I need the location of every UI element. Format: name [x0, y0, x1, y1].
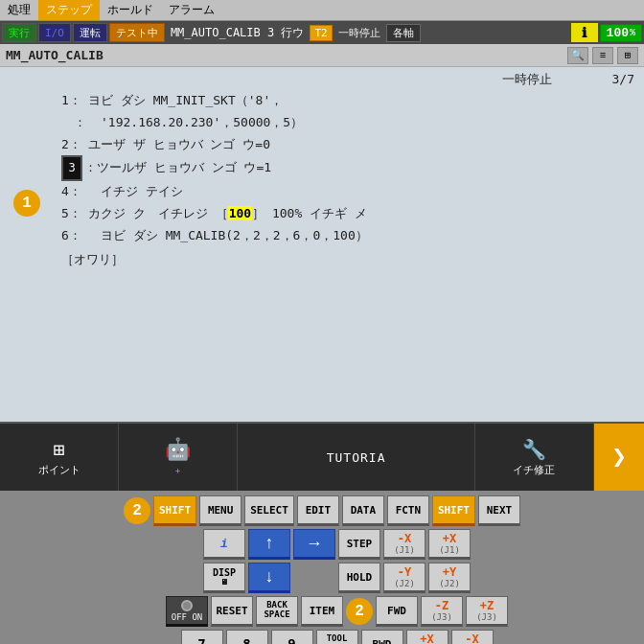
code-line-1b: ： '192.168.20.230'，50000，5）: [61, 112, 634, 134]
correction-icon: 🔧: [522, 438, 546, 461]
kb-num-8[interactable]: 8: [226, 630, 268, 644]
nav-correction[interactable]: 🔧 イチ修正: [475, 424, 594, 491]
kb-axis-px-j4[interactable]: +X (J4): [406, 630, 448, 644]
robot-icon: 🤖: [165, 437, 191, 463]
code-area: 1： ヨビ ダシ MM_INIT_SKT（'8'， ： '192.168.20.…: [19, 90, 634, 270]
code-line-5: 5： カクジ ク イチレジ ［100］ 100% イチギ メ: [61, 203, 634, 225]
code-line-6: 6： ヨビ ダシ MM_CALIB(2，2，2，6，0，100）: [61, 225, 634, 247]
kb-axis-px-j1b[interactable]: +X (J1): [428, 529, 471, 560]
nav-bar: ⊞ ポイント 🤖 ＋ TUTORIA 🔧 イチ修正 ❯: [0, 422, 644, 491]
kb-axis-pz-j3[interactable]: +Z (J3): [466, 596, 508, 627]
kb-bwd[interactable]: BWD: [361, 630, 403, 644]
kb-tool1[interactable]: TOOL1: [316, 630, 358, 644]
kb-shift-1[interactable]: SHIFT: [153, 495, 196, 526]
robot-plus-icon: ＋: [173, 465, 182, 477]
point-icon: ⊞: [54, 438, 65, 461]
kb-row-4: OFF ON RESET BACKSPACE ITEM 2 FWD -Z (J3…: [8, 596, 636, 627]
toolbar: 実行 I/O 運転 テスト中 MM_AUTO_CALIB 3 行ウ T2 一時停…: [0, 21, 644, 44]
kb-fctn[interactable]: FCTN: [387, 495, 429, 526]
kb-circle-2b: 2: [346, 598, 373, 625]
kb-num-7[interactable]: 7: [181, 630, 223, 644]
menu-step[interactable]: ステップ: [38, 0, 100, 20]
kb-axis-ny-j2[interactable]: -Y (J2): [383, 563, 426, 593]
title-bar: MM_AUTO_CALIB 🔍 ≡ ⊞: [0, 44, 644, 67]
code-line-4: 4： イチジ テイシ: [61, 181, 634, 203]
menu-hold[interactable]: ホールド: [100, 0, 161, 20]
percent-display: 100 %: [600, 24, 642, 42]
title-icons: 🔍 ≡ ⊞: [567, 47, 638, 64]
main-content: 一時停止 3/7 1 1： ヨビ ダシ MM_INIT_SKT（'8'， ： '…: [0, 67, 644, 422]
kb-row-5: 7 8 9 TOOL1 BWD +X (J4) -X (J4): [8, 630, 636, 644]
kb-axis-py-j2[interactable]: +Y (J2): [428, 563, 471, 593]
kb-axis-nz-j3[interactable]: -Z (J3): [421, 596, 463, 627]
kb-off-on[interactable]: OFF ON: [166, 596, 208, 627]
kb-row-3: DISP 🖥 ↓ HOLD -Y (J2) +Y (J2): [8, 563, 636, 593]
kb-menu[interactable]: MENU: [199, 495, 242, 526]
kb-axis-nx-j4[interactable]: -X (J4): [451, 630, 494, 644]
kb-info[interactable]: i: [203, 529, 245, 560]
kb-step[interactable]: STEP: [338, 529, 380, 560]
kb-disp[interactable]: DISP 🖥: [203, 563, 245, 593]
code-line-3: 3： ツールザ ヒョウバ ンゴ ウ=1: [19, 155, 634, 181]
kb-circle-2: 2: [124, 497, 150, 524]
drive-button[interactable]: 運転: [73, 23, 107, 42]
nav-arrow[interactable]: ❯: [594, 424, 644, 491]
code-line-1: 1： ヨビ ダシ MM_INIT_SKT（'8'，: [61, 90, 634, 112]
kb-select[interactable]: SELECT: [244, 495, 294, 526]
run-button[interactable]: 実行: [2, 23, 36, 42]
kb-data[interactable]: DATA: [342, 495, 384, 526]
code-line-2: 2： ユーザ ザ ヒョウバ ンゴ ウ=0: [61, 134, 634, 156]
highlighted-value: 100: [228, 206, 252, 220]
kb-backspace[interactable]: BACKSPACE: [256, 596, 298, 627]
page-title: MM_AUTO_CALIB: [6, 48, 567, 62]
alert-icon[interactable]: ℹ: [571, 23, 598, 42]
kb-axis-px-j1[interactable]: -X (J1): [383, 529, 426, 560]
io-button[interactable]: I/O: [38, 23, 71, 42]
kb-right-arrow[interactable]: →: [293, 529, 335, 560]
nav-point[interactable]: ⊞ ポイント: [0, 424, 119, 491]
menu-icon[interactable]: ≡: [592, 47, 613, 64]
kb-item[interactable]: ITEM: [301, 596, 343, 627]
kb-reset[interactable]: RESET: [211, 596, 253, 627]
program-title: MM_AUTO_CALIB 3 行ウ: [171, 25, 305, 41]
kb-next[interactable]: NEXT: [478, 495, 520, 526]
menu-shori[interactable]: 処理: [0, 0, 38, 20]
axes-label: 各軸: [386, 24, 421, 42]
menu-alarm[interactable]: アラーム: [161, 0, 222, 20]
kb-edit[interactable]: EDIT: [297, 495, 339, 526]
nav-tutorial[interactable]: TUTORIA: [238, 424, 474, 491]
grid-icon[interactable]: ⊞: [617, 47, 638, 64]
line-indicator-circle: 1: [13, 190, 40, 217]
kb-fwd[interactable]: FWD: [376, 596, 418, 627]
kb-hold[interactable]: HOLD: [338, 563, 380, 593]
kb-top-row: 2 SHIFT MENU SELECT EDIT DATA FCTN SHIFT…: [8, 495, 636, 526]
kb-shift-2[interactable]: SHIFT: [432, 495, 475, 526]
kb-num-9[interactable]: 9: [271, 630, 313, 644]
code-line-end: ［オワリ］: [61, 249, 634, 271]
zoom-icon[interactable]: 🔍: [567, 47, 588, 64]
correction-label: イチ修正: [513, 463, 555, 477]
kb-row-2: i ↑ → STEP -X (J1) +X (J1): [8, 529, 636, 560]
t2-badge: T2: [310, 25, 332, 41]
top-menu-bar: 処理 ステップ ホールド アラーム: [0, 0, 644, 21]
status-line: 一時停止 3/7: [19, 71, 634, 88]
point-label: ポイント: [38, 463, 80, 477]
current-line-box: 3: [61, 155, 82, 181]
test-button[interactable]: テスト中: [109, 23, 165, 42]
nav-robot[interactable]: 🤖 ＋: [119, 424, 238, 491]
keyboard-area: 2 SHIFT MENU SELECT EDIT DATA FCTN SHIFT…: [0, 491, 644, 644]
pause-status: 一時停止: [338, 26, 380, 40]
kb-down-arrow[interactable]: ↓: [248, 563, 290, 593]
kb-up-arrow[interactable]: ↑: [248, 529, 290, 560]
